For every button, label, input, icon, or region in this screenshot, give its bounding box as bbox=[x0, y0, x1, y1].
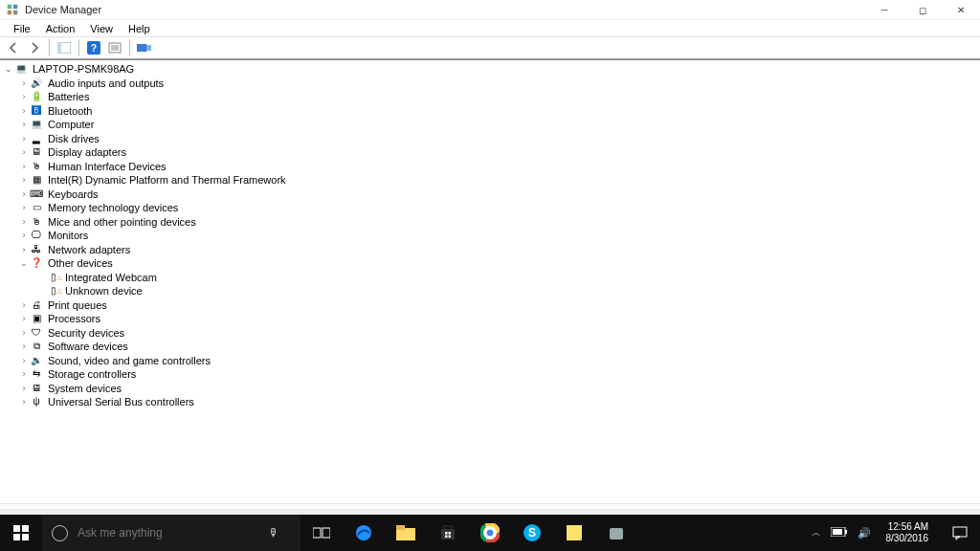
expand-chevron-icon[interactable]: › bbox=[19, 298, 29, 312]
tree-node[interactable]: ›🖱Human Interface Devices bbox=[2, 160, 980, 174]
cortana-search[interactable]: 🎙 bbox=[42, 515, 301, 551]
minimize-button[interactable]: ─ bbox=[865, 0, 903, 19]
expand-chevron-icon[interactable]: › bbox=[19, 382, 29, 395]
expand-chevron-icon[interactable]: › bbox=[19, 243, 29, 256]
tree-node[interactable]: ›🔋Batteries bbox=[2, 90, 980, 104]
expand-chevron-icon[interactable]: › bbox=[19, 326, 29, 340]
forward-button[interactable] bbox=[25, 38, 44, 57]
menu-file[interactable]: File bbox=[6, 21, 38, 36]
tree-node-label[interactable]: Software devices bbox=[46, 340, 130, 353]
tree-node-label[interactable]: Display adapters bbox=[46, 145, 128, 159]
tree-node-label[interactable]: Audio inputs and outputs bbox=[46, 77, 166, 90]
tree-node-label[interactable]: Print queues bbox=[46, 298, 109, 312]
tree-node[interactable]: ›🔉Sound, video and game controllers bbox=[2, 354, 980, 368]
menu-action[interactable]: Action bbox=[38, 21, 83, 36]
tree-node[interactable]: ›🖵Monitors bbox=[2, 229, 980, 243]
expand-chevron-icon[interactable]: › bbox=[19, 201, 29, 214]
tree-node-label[interactable]: Disk drives bbox=[46, 132, 101, 145]
tree-node[interactable]: ›💻Computer bbox=[2, 118, 980, 132]
clock[interactable]: 12:56 AM 8/30/2016 bbox=[880, 521, 935, 544]
tree-node-label[interactable]: Human Interface Devices bbox=[46, 160, 168, 173]
search-input[interactable] bbox=[78, 526, 250, 540]
edge-icon[interactable] bbox=[343, 515, 385, 551]
expand-chevron-icon[interactable]: › bbox=[19, 367, 29, 381]
tree-node[interactable]: ›🖥Display adapters bbox=[2, 145, 980, 160]
tree-node[interactable]: ⌄❓Other devices bbox=[2, 256, 980, 271]
tree-node[interactable]: ⌄💻LAPTOP-PSMK98AG bbox=[2, 62, 980, 77]
chrome-icon[interactable] bbox=[469, 515, 511, 551]
tree-node[interactable]: ›🖱Mice and other pointing devices bbox=[2, 215, 980, 230]
battery-tray-icon[interactable] bbox=[831, 527, 848, 539]
tree-node-label[interactable]: Unknown device bbox=[63, 284, 145, 298]
tree-node-label[interactable]: Integrated Webcam bbox=[63, 271, 159, 284]
scan-hardware-button[interactable] bbox=[135, 38, 154, 57]
menu-view[interactable]: View bbox=[82, 21, 121, 36]
expand-chevron-icon[interactable]: › bbox=[19, 90, 29, 103]
tree-node-label[interactable]: Security devices bbox=[46, 326, 126, 340]
store-icon[interactable] bbox=[427, 515, 469, 551]
back-button[interactable] bbox=[4, 38, 23, 57]
sticky-notes-icon[interactable] bbox=[553, 515, 595, 551]
tree-node[interactable]: ›▣Processors bbox=[2, 312, 980, 326]
expand-chevron-icon[interactable]: ⌄ bbox=[4, 62, 13, 76]
tree-node[interactable]: ▯Unknown device bbox=[2, 284, 980, 298]
menu-help[interactable]: Help bbox=[121, 21, 158, 36]
tree-node[interactable]: ›🔊Audio inputs and outputs bbox=[2, 77, 980, 91]
tree-node[interactable]: ›▂Disk drives bbox=[2, 132, 980, 146]
tree-node[interactable]: ›ψUniversal Serial Bus controllers bbox=[2, 395, 980, 409]
tree-node[interactable]: ›🖥System devices bbox=[2, 382, 980, 396]
tree-node-label[interactable]: Sound, video and game controllers bbox=[46, 354, 212, 367]
tree-node[interactable]: ›⌨Keyboards bbox=[2, 187, 980, 202]
tree-node[interactable]: ›⧉Software devices bbox=[2, 340, 980, 354]
tree-node-label[interactable]: Storage controllers bbox=[46, 367, 138, 381]
tree-node-label[interactable]: Intel(R) Dynamic Platform and Thermal Fr… bbox=[46, 173, 288, 187]
skype-icon[interactable]: S bbox=[511, 515, 553, 551]
expand-chevron-icon[interactable]: › bbox=[19, 132, 29, 145]
expand-chevron-icon[interactable]: › bbox=[19, 354, 29, 367]
tree-node[interactable]: ›🛡Security devices bbox=[2, 326, 980, 341]
show-hide-tree-button[interactable] bbox=[55, 38, 74, 57]
tree-node-label[interactable]: Keyboards bbox=[46, 187, 100, 201]
mic-icon[interactable]: 🎙 bbox=[259, 526, 288, 540]
file-explorer-icon[interactable] bbox=[385, 515, 427, 551]
tree-node-label[interactable]: Memory technology devices bbox=[46, 201, 180, 214]
start-button[interactable] bbox=[0, 515, 42, 551]
tree-node[interactable]: ▯Integrated Webcam bbox=[2, 271, 980, 285]
close-button[interactable]: ✕ bbox=[942, 0, 980, 19]
tree-node-label[interactable]: Bluetooth bbox=[46, 104, 94, 118]
action-center-button[interactable] bbox=[944, 515, 976, 551]
properties-button[interactable] bbox=[105, 38, 124, 57]
tree-node[interactable]: ›🅱Bluetooth bbox=[2, 104, 980, 119]
expand-chevron-icon[interactable]: › bbox=[19, 215, 29, 229]
tray-chevron-icon[interactable]: ︿ bbox=[812, 526, 821, 540]
tree-node-label[interactable]: Batteries bbox=[46, 90, 91, 103]
tree-node-label[interactable]: Network adapters bbox=[46, 243, 132, 256]
tree-node-label[interactable]: Mice and other pointing devices bbox=[46, 215, 198, 229]
expand-chevron-icon[interactable]: › bbox=[19, 312, 29, 325]
tree-node-label[interactable]: Processors bbox=[46, 312, 102, 325]
device-tree[interactable]: ⌄💻LAPTOP-PSMK98AG›🔊Audio inputs and outp… bbox=[0, 59, 980, 503]
tree-node[interactable]: ›▭Memory technology devices bbox=[2, 201, 980, 215]
expand-chevron-icon[interactable]: › bbox=[19, 118, 29, 131]
expand-chevron-icon[interactable]: › bbox=[19, 145, 29, 159]
expand-chevron-icon[interactable]: › bbox=[19, 173, 29, 187]
tree-node-label[interactable]: Universal Serial Bus controllers bbox=[46, 395, 196, 408]
expand-chevron-icon[interactable]: › bbox=[19, 395, 29, 408]
help-button[interactable]: ? bbox=[84, 38, 103, 57]
app-icon-grey[interactable] bbox=[595, 515, 637, 551]
expand-chevron-icon[interactable]: › bbox=[19, 340, 29, 353]
volume-tray-icon[interactable]: 🔊 bbox=[858, 527, 871, 540]
tree-node-label[interactable]: Computer bbox=[46, 118, 96, 131]
expand-chevron-icon[interactable]: › bbox=[19, 160, 29, 173]
expand-chevron-icon[interactable]: › bbox=[19, 229, 29, 242]
tree-node[interactable]: ›🖧Network adapters bbox=[2, 243, 980, 257]
tree-node[interactable]: ›⇆Storage controllers bbox=[2, 367, 980, 382]
expand-chevron-icon[interactable]: › bbox=[19, 104, 29, 118]
tree-node[interactable]: ›🖨Print queues bbox=[2, 298, 980, 313]
tree-node-label[interactable]: System devices bbox=[46, 382, 123, 395]
task-view-button[interactable] bbox=[301, 515, 343, 551]
tree-node-label[interactable]: LAPTOP-PSMK98AG bbox=[31, 62, 136, 76]
tree-node-label[interactable]: Other devices bbox=[46, 256, 115, 270]
maximize-button[interactable]: ◻ bbox=[903, 0, 942, 19]
tree-node-label[interactable]: Monitors bbox=[46, 229, 90, 242]
